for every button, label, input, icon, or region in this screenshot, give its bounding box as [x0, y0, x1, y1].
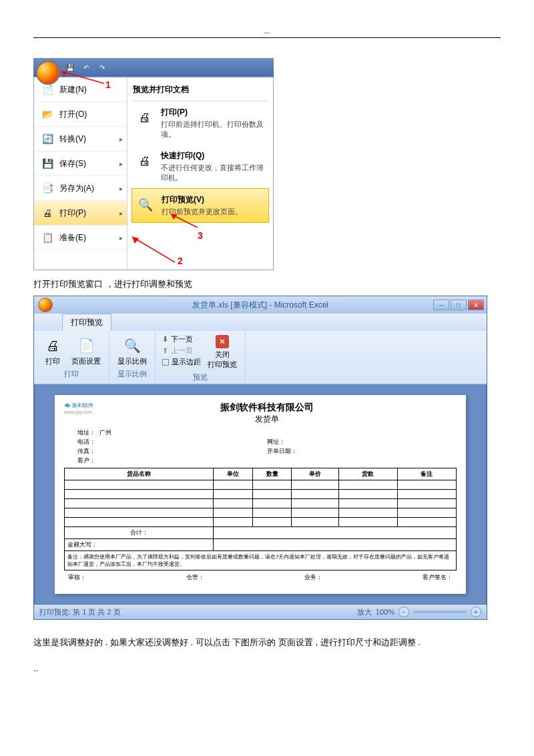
close-preview-button[interactable]: ✕ 关闭 打印预览: [205, 334, 240, 371]
preview-canvas[interactable]: 🐟 振剑软件 www.zjsj.com 振剑软件科技有限公司 发货单 地址：广州…: [34, 384, 487, 605]
submenu-text: 打印预览(V) 打印前预览并更改页面。: [162, 194, 266, 217]
annotation-1: 1: [105, 79, 111, 90]
checkbox-icon: [162, 359, 169, 366]
paragraph-2: 这里是我调整好的 . 如果大家还没调整好 . 可以点击 下图所示的 页面设置 ,…: [33, 636, 501, 650]
table-header-row: 货品名称 单位 数量 单价 货款 备注: [65, 468, 457, 480]
close-button[interactable]: ✕: [468, 300, 484, 310]
menu-label: 保存(S): [59, 158, 86, 169]
menu-item-convert[interactable]: 🔄 转换(V) ▸: [34, 127, 127, 151]
chevron-right-icon: ▸: [119, 234, 123, 242]
show-margins-checkbox[interactable]: 显示边距: [161, 356, 202, 368]
sig-audit: 审核：: [68, 573, 86, 582]
window-buttons: ─ □ ✕: [433, 300, 484, 310]
office-menu-body: 📄 新建(N) 📂 打开(O) 🔄 转换(V) ▸ 💾 保存(S) ▸ 📑 另存…: [33, 77, 274, 270]
chevron-right-icon: ▸: [119, 185, 123, 192]
annotation-2: 2: [178, 256, 183, 266]
amount-upper-label: 金额大写：: [65, 539, 214, 551]
table-amount-row: 金额大写：: [65, 539, 457, 551]
fax-label: 传真：: [77, 447, 95, 456]
table-row: [65, 490, 457, 499]
arrow-up-icon: ⬆: [162, 346, 168, 355]
window-title: 发货单.xls [兼容模式] - Microsoft Excel: [192, 300, 328, 311]
zoom-percent: 100%: [376, 608, 394, 616]
menu-item-saveas[interactable]: 📑 另存为(A) ▸: [34, 176, 127, 201]
total-label: 合计：: [65, 527, 214, 539]
next-page-button[interactable]: ⬇下一页: [161, 334, 202, 345]
quick-access-toolbar: 💾 ↶ ↷: [33, 58, 274, 77]
screenshot-print-preview: 发货单.xls [兼容模式] - Microsoft Excel ─ □ ✕ 打…: [33, 296, 487, 620]
th-name: 货品名称: [65, 468, 214, 480]
ribbon-group-print: 🖨 打印 📄 页面设置 打印: [34, 331, 109, 384]
table-row: [65, 508, 457, 518]
ribbon-label: 下一页: [171, 334, 193, 344]
status-text: 打印预览: 第 1 页 共 2 页: [39, 607, 121, 617]
th-remark: 备注: [397, 468, 456, 480]
header-dots: ...: [264, 27, 270, 35]
menu-label: 打开(O): [59, 109, 87, 120]
window-titlebar: 发货单.xls [兼容模式] - Microsoft Excel ─ □ ✕: [34, 296, 487, 314]
document-company: 振剑软件科技有限公司: [131, 402, 403, 414]
addr-value: 广州: [99, 428, 111, 437]
zoom-label: 放大: [357, 607, 372, 617]
office-menu-left: 📄 新建(N) 📂 打开(O) 🔄 转换(V) ▸ 💾 保存(S) ▸ 📑 另存…: [34, 77, 127, 270]
maximize-button[interactable]: □: [451, 300, 467, 310]
company-logo: 🐟 振剑软件 www.zjsj.com: [64, 402, 93, 415]
sig-warehouse: 仓管：: [186, 573, 204, 582]
prev-page-button[interactable]: ⬆上一页: [161, 345, 202, 356]
submenu-quick-print[interactable]: 🖨 快速打印(Q) 不进行任何更改，直接将工作簿印机。: [131, 145, 269, 188]
document-title: 发货单: [131, 414, 403, 425]
th-price: 单价: [292, 468, 338, 480]
submenu-item-title: 打印(P): [161, 107, 266, 118]
invoice-table: 货品名称 单位 数量 单价 货款 备注 合计： 金额大写：: [64, 468, 457, 551]
logo-url: www.zjsj.com: [64, 410, 92, 414]
chevron-right-icon: ▸: [119, 210, 123, 217]
submenu-print[interactable]: 🖨 打印(P) 打印前选择打印机、打印份数及项。: [131, 101, 269, 145]
table-total-row: 合计：: [65, 527, 457, 539]
status-bar: 打印预览: 第 1 页 共 2 页 放大 100% − +: [34, 605, 487, 619]
zoom-in-button[interactable]: +: [471, 607, 481, 617]
office-button-small[interactable]: [38, 298, 53, 312]
menu-item-print[interactable]: 🖨 打印(P) ▸: [34, 201, 127, 226]
submenu-print-preview[interactable]: 🔍 打印预览(V) 打印前预览并更改页面。: [131, 188, 269, 223]
submenu-title: 预览并打印文档: [131, 81, 269, 101]
zoom-control: 放大 100% − +: [357, 607, 481, 617]
zoom-out-button[interactable]: −: [398, 607, 409, 617]
note-label: 备注：: [67, 554, 83, 560]
qat-undo-icon[interactable]: ↶: [80, 61, 92, 73]
printer-icon: 🖨: [42, 335, 63, 356]
zoom-button[interactable]: 🔍 显示比例: [115, 334, 150, 368]
qat-save-icon[interactable]: 💾: [64, 61, 76, 73]
submenu-item-desc: 打印前预览并更改页面。: [162, 207, 266, 217]
ribbon-group-label: 显示比例: [115, 369, 150, 379]
sig-customer: 客户签名：: [423, 573, 453, 582]
zoom-slider[interactable]: [413, 611, 467, 613]
open-icon: 📂: [39, 106, 55, 122]
table-row: [65, 518, 457, 527]
caption-1: 打开打印预览窗口 ，进行打印调整和预览: [33, 278, 501, 290]
annotation-3: 3: [198, 230, 203, 241]
note-text: 感谢您使用本厂产品，为了保障双方利益，货到签收后如有质量或数量问题，请在7天内通…: [67, 554, 449, 567]
page-setup-icon: 📄: [75, 335, 97, 356]
save-icon: 💾: [39, 155, 55, 171]
th-amount: 货款: [338, 468, 397, 480]
chevron-right-icon: ▸: [119, 160, 123, 167]
print-button[interactable]: 🖨 打印: [39, 334, 66, 368]
menu-item-open[interactable]: 📂 打开(O): [34, 102, 127, 127]
ribbon-label: 显示比例: [117, 356, 147, 366]
page-setup-button[interactable]: 📄 页面设置: [69, 334, 103, 368]
menu-item-prepare[interactable]: 📋 准备(E) ▸: [34, 226, 127, 250]
tab-print-preview[interactable]: 打印预览: [62, 314, 111, 331]
ribbon-label: 关闭: [215, 350, 230, 360]
ribbon-label: 打印: [45, 356, 60, 366]
qat-redo-icon[interactable]: ↷: [96, 61, 108, 73]
submenu-item-desc: 不进行任何更改，直接将工作簿印机。: [161, 163, 266, 183]
menu-item-save[interactable]: 💾 保存(S) ▸: [34, 151, 127, 176]
logo-text: 振剑软件: [72, 402, 93, 408]
preview-page: 🐟 振剑软件 www.zjsj.com 振剑软件科技有限公司 发货单 地址：广州…: [55, 395, 466, 594]
minimize-button[interactable]: ─: [433, 300, 449, 310]
submenu-text: 快速打印(Q) 不进行任何更改，直接将工作簿印机。: [161, 150, 266, 183]
office-button[interactable]: [36, 61, 60, 85]
menu-label: 新建(N): [59, 84, 87, 95]
convert-icon: 🔄: [39, 131, 55, 147]
ribbon-group-label: 打印: [39, 369, 103, 379]
